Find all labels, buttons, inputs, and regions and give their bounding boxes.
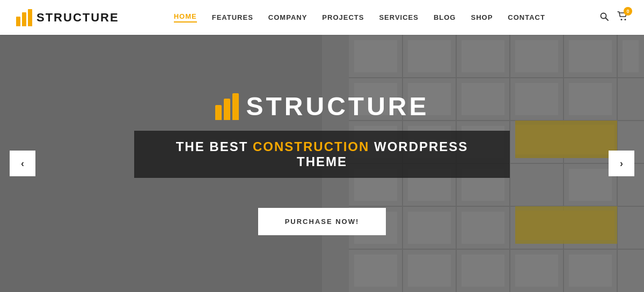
logo[interactable]: STRUCTURE [16,9,119,26]
purchase-button[interactable]: PURCHASE NOW! [258,208,386,235]
logo-bar-3 [28,9,32,26]
hero-tagline: THE BEST CONSTRUCTION WORDPRESS THEME [134,131,510,178]
nav-home[interactable]: HOME [174,12,197,23]
hero-logo-area: STRUCTURE [134,92,510,121]
svg-line-1 [605,18,608,20]
hero-logo-bar-2 [224,99,230,120]
logo-bar-1 [16,17,20,26]
hero-section: STRUCTURE THE BEST CONSTRUCTION WORDPRES… [0,35,644,292]
cart-badge: 0 [624,7,632,16]
hero-logo-text: STRUCTURE [246,92,429,121]
prev-arrow-icon: ‹ [21,158,24,169]
hero-tagline-container: THE BEST CONSTRUCTION WORDPRESS THEME [134,131,510,193]
header-icons: 0 [600,11,628,24]
hero-logo-bar-1 [215,105,222,120]
logo-bar-2 [22,12,26,26]
hero-content: STRUCTURE THE BEST CONSTRUCTION WORDPRES… [134,92,510,235]
cart-button[interactable]: 0 [617,11,628,24]
next-slide-button[interactable]: › [609,151,634,176]
nav-projects[interactable]: PROJECTS [322,13,364,21]
svg-point-3 [624,19,626,20]
header: STRUCTURE HOME FEATURES COMPANY PROJECTS… [0,0,644,35]
hero-logo-icon [215,93,239,120]
search-button[interactable] [600,12,609,23]
search-icon [600,12,609,21]
main-nav: HOME FEATURES COMPANY PROJECTS SERVICES … [174,12,545,23]
nav-features[interactable]: FEATURES [212,13,253,21]
tagline-prefix: THE BEST [176,139,253,154]
tagline-highlight: CONSTRUCTION [253,139,369,154]
nav-services[interactable]: SERVICES [379,13,419,21]
svg-point-2 [620,19,622,20]
nav-contact[interactable]: CONTACT [508,13,545,21]
nav-blog[interactable]: BLOG [434,13,456,21]
nav-company[interactable]: COMPANY [268,13,307,21]
hero-tagline-text: THE BEST CONSTRUCTION WORDPRESS THEME [176,139,469,169]
logo-text: STRUCTURE [36,11,119,25]
logo-icon [16,9,32,26]
hero-logo-bar-3 [232,93,239,120]
nav-shop[interactable]: SHOP [471,13,493,21]
next-arrow-icon: › [620,158,623,169]
prev-slide-button[interactable]: ‹ [10,151,35,176]
